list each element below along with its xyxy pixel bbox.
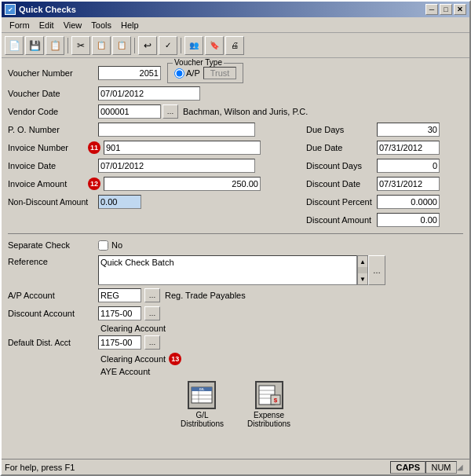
menu-help[interactable]: Help: [116, 19, 144, 31]
discount-date-label: Discount Date: [306, 179, 377, 189]
discount-account-control: …: [98, 306, 160, 320]
separate-check-label: Separate Check: [8, 240, 98, 250]
non-discount-label: Non-Discount Amount: [8, 197, 98, 207]
default-dist-code-field[interactable]: [98, 335, 141, 350]
find-button[interactable]: 👥: [184, 36, 203, 55]
save-button[interactable]: 💾: [25, 36, 44, 55]
vendor-code-row: Vendor Code … Bachman, Wilson and Juris,…: [8, 104, 463, 119]
undo-button[interactable]: ↩: [138, 36, 157, 55]
close-button[interactable]: ✕: [454, 4, 466, 15]
due-days-field[interactable]: [377, 123, 440, 137]
vendor-code-label: Vendor Code: [8, 107, 98, 116]
ap-account-name: Reg. Trade Payables: [165, 291, 246, 300]
invoice-number-row: Invoice Number 11: [8, 140, 300, 156]
discount-account-code-field[interactable]: [98, 306, 141, 320]
paste-button[interactable]: 📋: [92, 36, 111, 55]
scroll-up-button[interactable]: ▲: [358, 256, 367, 267]
ap-radio[interactable]: [174, 68, 184, 79]
toolbar-separator-2: [134, 38, 135, 53]
discount-amount-label: Discount Amount: [306, 215, 377, 225]
svg-text:$: $: [273, 397, 277, 404]
status-indicators: CAPS NUM: [390, 461, 457, 474]
vendor-code-field[interactable]: [98, 104, 161, 119]
due-date-field[interactable]: [377, 141, 440, 155]
invoice-number-field[interactable]: [104, 141, 261, 155]
voucher-date-field[interactable]: [98, 86, 200, 101]
num-indicator: NUM: [425, 461, 457, 474]
main-window: ✔ Quick Checks ─ □ ✕ Form Edit View Tool…: [0, 0, 471, 476]
scroll-down-button[interactable]: ▼: [358, 273, 367, 284]
ap-account-lookup-button[interactable]: …: [144, 288, 160, 302]
ap-account-control: … Reg. Trade Payables: [98, 288, 246, 302]
invoice-number-badge: 11: [88, 141, 100, 154]
clipboard-button[interactable]: 📋: [112, 36, 131, 55]
discount-date-row: Discount Date: [306, 176, 463, 192]
toolbar-separator-3: [181, 38, 181, 53]
vendor-lookup-button[interactable]: …: [162, 104, 178, 119]
discount-amount-row: Discount Amount: [306, 212, 463, 228]
reference-label: Reference: [8, 255, 98, 266]
reference-field[interactable]: Quick Check Batch: [98, 255, 357, 285]
discount-days-label: Discount Days: [306, 161, 377, 170]
left-column: P. O. Number Invoice Number 11 Invoice D…: [8, 122, 306, 230]
default-dist-label: Default Dist. Acct: [8, 338, 98, 347]
aye-account-label: AYE Account: [100, 367, 150, 376]
gl-distributions-icon: G/L: [188, 381, 216, 409]
discount-account-label: Discount Account: [8, 309, 98, 318]
voucher-number-row: Voucher Number Voucher Type A/P Trust: [8, 63, 463, 83]
discount-account-row: Discount Account …: [8, 306, 463, 321]
cut-button[interactable]: ✂: [71, 36, 90, 55]
menu-form[interactable]: Form: [5, 19, 35, 31]
new-button[interactable]: 📄: [5, 36, 24, 55]
voucher-number-label: Voucher Number: [8, 68, 98, 78]
gl-distributions-button[interactable]: G/L G/LDistributions: [181, 381, 224, 428]
expense-distributions-icon: $: [255, 381, 283, 409]
svg-text:G/L: G/L: [199, 387, 205, 391]
copy-button[interactable]: 📋: [46, 36, 64, 55]
default-dist-row: Default Dist. Acct …: [8, 335, 463, 350]
po-number-field[interactable]: [98, 123, 255, 137]
discount-percent-field[interactable]: [377, 195, 440, 209]
discount-account-lookup-button[interactable]: …: [144, 306, 160, 320]
toolbar-separator-1: [68, 38, 68, 53]
reference-scrollbar[interactable]: ▲ ▼: [357, 255, 368, 285]
minimize-button[interactable]: ─: [425, 4, 438, 15]
default-dist-badge: 13: [169, 353, 181, 365]
gl-distributions-label: G/LDistributions: [181, 411, 224, 428]
separate-check-checkbox[interactable]: [98, 240, 108, 251]
voucher-number-field[interactable]: [98, 66, 161, 80]
voucher-date-label: Voucher Date: [8, 89, 98, 98]
discount-percent-label: Discount Percent: [306, 197, 377, 207]
invoice-amount-label: Invoice Amount: [8, 179, 86, 189]
status-bar: For help, press F1 CAPS NUM ◢: [2, 459, 469, 474]
menu-tools[interactable]: Tools: [86, 19, 116, 31]
spell-button[interactable]: ✓: [159, 36, 177, 55]
resize-handle[interactable]: ◢: [457, 463, 466, 472]
bookmark-button[interactable]: 🔖: [205, 36, 224, 55]
non-discount-field[interactable]: [98, 195, 141, 209]
discount-days-field[interactable]: [377, 159, 440, 173]
help-text: For help, press F1: [5, 463, 390, 472]
expense-distributions-button[interactable]: $ ExpenseDistributions: [247, 381, 290, 428]
separate-check-value: No: [111, 240, 122, 250]
toolbar: 📄 💾 📋 ✂ 📋 📋 ↩ ✓ 👥 🔖 🖨: [2, 33, 469, 58]
due-days-row: Due Days: [306, 122, 463, 137]
print-button[interactable]: 🖨: [225, 36, 244, 55]
maximize-button[interactable]: □: [440, 4, 452, 15]
ap-radio-option[interactable]: A/P: [174, 68, 200, 79]
default-dist-sublabel-row: Clearing Account 13: [100, 353, 463, 365]
reference-button[interactable]: …: [368, 255, 385, 285]
invoice-date-field[interactable]: [98, 159, 255, 173]
menu-edit[interactable]: Edit: [35, 19, 59, 31]
discount-date-field[interactable]: [377, 177, 440, 191]
trust-button[interactable]: Trust: [203, 67, 237, 79]
default-dist-lookup-button[interactable]: …: [144, 335, 160, 350]
invoice-amount-badge: 12: [88, 178, 100, 190]
invoice-amount-field[interactable]: [104, 177, 261, 191]
voucher-type-group: Voucher Type A/P Trust: [167, 63, 243, 83]
ap-account-code-field[interactable]: [98, 288, 141, 302]
due-date-row: Due Date: [306, 140, 463, 156]
due-date-label: Due Date: [306, 143, 377, 152]
menu-view[interactable]: View: [59, 19, 87, 31]
discount-amount-field[interactable]: [377, 213, 440, 227]
